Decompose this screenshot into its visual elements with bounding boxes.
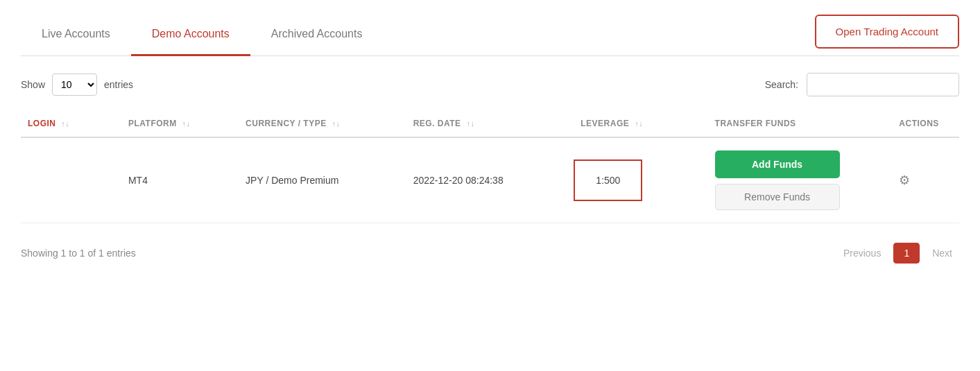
- entries-label: entries: [104, 79, 133, 90]
- next-page-button[interactable]: Next: [925, 243, 959, 263]
- search-input[interactable]: [807, 73, 959, 96]
- search-control: Search:: [765, 73, 959, 96]
- cell-currency-type: JPY / Demo Premium: [239, 137, 406, 223]
- currency-sort-icon[interactable]: ↑↓: [332, 119, 341, 128]
- tabs-header: Live Accounts Demo Accounts Archived Acc…: [21, 0, 959, 56]
- tab-archived[interactable]: Archived Accounts: [250, 14, 384, 56]
- col-header-reg-date[interactable]: REG. DATE ↑↓: [406, 110, 574, 137]
- table-header-row: LOGIN ↑↓ PLATFORM ↑↓ CURRENCY / TYPE ↑↓ …: [21, 110, 959, 137]
- tabs-nav: Live Accounts Demo Accounts Archived Acc…: [21, 14, 383, 55]
- pagination-control: Previous 1 Next: [836, 243, 959, 264]
- open-trading-account-button[interactable]: Open Trading Account: [815, 15, 959, 49]
- add-funds-button[interactable]: Add Funds: [715, 150, 840, 178]
- search-label: Search:: [765, 79, 798, 90]
- table-row: MT4 JPY / Demo Premium 2022-12-20 08:24:…: [21, 137, 959, 223]
- remove-funds-button[interactable]: Remove Funds: [715, 184, 840, 210]
- page-container: Live Accounts Demo Accounts Archived Acc…: [0, 0, 980, 371]
- cell-leverage: 1:500: [574, 137, 707, 223]
- col-header-currency-type[interactable]: CURRENCY / TYPE ↑↓: [239, 110, 406, 137]
- accounts-table: LOGIN ↑↓ PLATFORM ↑↓ CURRENCY / TYPE ↑↓ …: [21, 110, 959, 223]
- leverage-sort-icon[interactable]: ↑↓: [635, 119, 643, 128]
- leverage-value-highlighted: 1:500: [574, 159, 642, 201]
- platform-sort-icon[interactable]: ↑↓: [182, 119, 191, 128]
- col-header-login[interactable]: LOGIN ↑↓: [21, 110, 121, 137]
- cell-reg-date: 2022-12-20 08:24:38: [406, 137, 574, 223]
- page-1-button[interactable]: 1: [893, 243, 920, 264]
- cell-platform: MT4: [121, 137, 239, 223]
- col-header-actions: ACTIONS: [892, 110, 959, 137]
- entries-select[interactable]: 10 25 50 100: [52, 74, 97, 96]
- tab-live[interactable]: Live Accounts: [21, 14, 131, 56]
- regdate-sort-icon[interactable]: ↑↓: [466, 119, 474, 128]
- table-footer: Showing 1 to 1 of 1 entries Previous 1 N…: [21, 223, 959, 270]
- show-entries-control: Show 10 25 50 100 entries: [21, 74, 133, 96]
- cell-login: [21, 137, 121, 223]
- tab-demo[interactable]: Demo Accounts: [131, 14, 250, 56]
- show-label: Show: [21, 79, 45, 90]
- col-header-transfer-funds: TRANSFER FUNDS: [708, 110, 893, 137]
- cell-actions: ⚙: [892, 137, 959, 223]
- cell-transfer-funds: Add Funds Remove Funds: [708, 137, 893, 223]
- table-controls: Show 10 25 50 100 entries Search:: [21, 56, 959, 110]
- previous-page-button[interactable]: Previous: [836, 243, 888, 263]
- gear-icon[interactable]: ⚙: [899, 173, 910, 187]
- showing-entries-text: Showing 1 to 1 of 1 entries: [21, 248, 136, 259]
- login-sort-icon[interactable]: ↑↓: [61, 119, 69, 128]
- col-header-leverage[interactable]: LEVERAGE ↑↓: [574, 110, 707, 137]
- col-header-platform[interactable]: PLATFORM ↑↓: [121, 110, 239, 137]
